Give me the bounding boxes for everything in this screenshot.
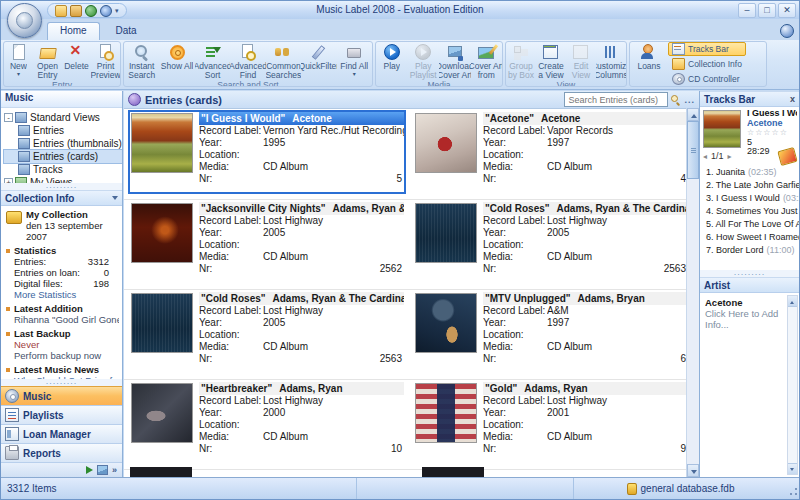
application-button[interactable] [7,3,42,38]
panel-splitter[interactable] [1,379,122,386]
view-icon [18,138,30,149]
artist-scrollbar[interactable] [787,295,798,475]
track-item[interactable]: 5. All For The Love Of A Girl (03:0 [700,218,799,231]
entry-card[interactable]: "Cold Roses"Adams, Ryan & The Cardinals … [412,200,686,284]
clipboard-art-icon [477,44,495,61]
web-update-icon[interactable] [85,5,97,17]
ribbon-button[interactable]: Show All [159,42,194,80]
add-artist-info-link[interactable]: Click Here to Add Info... [705,308,785,330]
ribbon-button[interactable]: Loans [630,42,668,86]
close-tracks-bar-button[interactable]: x [790,94,795,104]
ribbon-button[interactable]: Create a View [536,42,566,80]
qat-dropdown-icon[interactable] [115,7,119,14]
maximize-button[interactable]: □ [758,3,776,18]
go-icon[interactable] [86,466,93,474]
show-toggle[interactable]: Tracks Bar [668,42,746,56]
track-item[interactable]: 4. Sometimes You Just Cant Win ( [700,205,799,218]
track-item[interactable]: 7. Border Lord (11:00) [700,244,799,257]
images-icon[interactable] [97,465,108,475]
help-icon[interactable] [780,24,794,38]
dropdown-caret-icon[interactable] [112,196,118,203]
entry-card[interactable]: "MTV Unplugged"Adams, Bryan Record Label… [412,290,686,374]
album-artist: Acetone [747,119,797,129]
ribbon-button[interactable]: Play Playlist [408,42,440,80]
tickets-icon[interactable] [777,147,797,166]
nav-item[interactable]: Music [1,386,122,405]
tracks-bar-panel: Tracks Bar x I Guess I Would Acetone ☆☆☆… [699,91,799,477]
panel-splitter[interactable] [1,183,122,190]
entry-card[interactable]: "Gold"Adams, Ryan Record Label:Lost High… [412,380,686,464]
ribbon-button[interactable]: Print Preview [91,42,120,80]
nav-item[interactable]: Playlists [1,405,122,424]
ribbon-button[interactable]: Download Cover Art [439,42,471,80]
entry-card[interactable]: "I Guess I Would"Acetone Record Label:Ve… [128,110,406,194]
tree-root-standard-views[interactable]: - Standard Views [4,111,122,124]
vertical-scrollbar[interactable] [686,108,699,477]
tree-item[interactable]: Tracks [4,163,122,176]
ribbon-button[interactable]: Common Searches [266,42,301,80]
entry-card[interactable]: "Cold Roses"Adams, Ryan & The Cardinals … [128,290,406,374]
scroll-down-icon[interactable] [687,464,699,477]
scrollbar-thumb[interactable] [687,121,699,179]
chevron-more-icon[interactable] [112,466,117,475]
nav-item[interactable]: Loan Manager [1,424,122,443]
edit-entry-icon[interactable] [70,5,82,17]
show-all-icon [168,44,186,61]
show-toggle[interactable]: CD Controller [668,72,746,86]
ribbon-button[interactable]: Advanced Find [230,42,265,80]
rating-stars[interactable]: ☆☆☆☆☆ [747,128,797,138]
ribbon-button[interactable]: Customize Columns [596,42,626,80]
entry-card[interactable]: "Jacksonville City Nights"Adams, Ryan & … [128,200,406,284]
pager-prev-icon[interactable]: ◂ [703,152,707,161]
scroll-down-icon[interactable] [788,463,797,474]
collapse-box-icon[interactable]: - [4,113,13,122]
ribbon-tab[interactable]: Home [47,22,100,42]
ribbon-group-view: Group by Box Create a View Edit View Cus… [505,41,627,87]
group-box-icon [512,44,530,61]
magnifier-icon [133,44,151,61]
ribbon-button[interactable]: QuickFilter [301,42,336,80]
nav-item[interactable]: Reports [1,443,122,462]
ribbon-tab[interactable]: Data [102,22,149,42]
ribbon-button[interactable]: Instant Search [124,42,159,80]
ribbon-button[interactable]: Delete [62,42,91,80]
track-item[interactable]: 1. Juanita (02:35) [700,166,799,179]
album-cover [415,203,477,263]
title-bar: Music Label 2008 - Evaluation Edition – … [1,1,799,19]
panel-splitter[interactable] [700,270,799,277]
perform-backup-link[interactable]: Perform backup now [6,350,119,361]
minimize-button[interactable]: – [738,3,756,18]
scroll-up-icon[interactable] [788,296,797,307]
pager-next-icon[interactable]: ▸ [728,152,732,161]
search-icon[interactable] [671,95,681,105]
ribbon-tab-row: Home Data [1,19,799,40]
view-icon[interactable] [100,5,112,17]
close-button[interactable]: ✕ [778,3,796,18]
ribbon-button[interactable]: Group by Box [506,42,536,80]
search-input[interactable] [564,92,668,107]
ribbon-button[interactable]: Cover Art from Clipboard [471,42,503,80]
entry-card[interactable]: "Acetone"Acetone Record Label:Vapor Reco… [412,110,686,194]
track-item[interactable]: 6. How Sweet I Roamed (03:07) [700,231,799,244]
track-item[interactable]: 3. I Guess I Would (03:21) [700,192,799,205]
ribbon-button[interactable]: Find All [337,42,372,80]
tree-item[interactable]: Entries (thumbnails) [4,137,122,150]
entry-card[interactable]: "Heartbreaker"Adams, Ryan Record Label:L… [128,380,406,464]
ribbon-button[interactable]: Open Entry [33,42,62,80]
add-entry-icon[interactable] [55,5,67,17]
ribbon-button[interactable]: Edit View [566,42,596,80]
ribbon-button[interactable]: Advanced Sort [195,42,230,80]
search-options-button[interactable]: ... [684,95,695,105]
ribbon-button[interactable]: New [4,42,33,80]
tree-item[interactable]: Entries (cards) [4,150,122,163]
collection-info-header[interactable]: Collection Info [1,190,122,206]
show-toggle[interactable]: Collection Info [668,57,746,71]
more-statistics-link[interactable]: More Statistics [6,289,119,300]
artist-panel: Acetone Click Here to Add Info... [700,293,799,477]
tree-item[interactable]: Entries [4,124,122,137]
create-view-icon [542,44,560,61]
scroll-up-icon[interactable] [687,108,699,121]
resize-grip[interactable] [787,478,799,499]
track-item[interactable]: 2. The Late John Garfield Blues (0: [700,179,799,192]
ribbon-button[interactable]: Play [376,42,408,80]
